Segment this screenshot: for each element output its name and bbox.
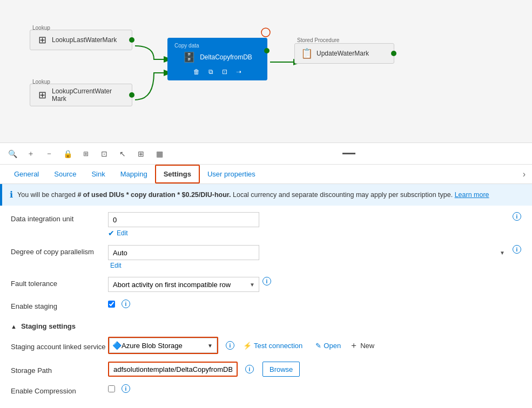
test-connection-label: Test connection <box>254 342 302 350</box>
search-toolbar-icon[interactable]: 🔍 <box>6 148 18 160</box>
open-button[interactable]: ✎ Open <box>311 342 345 350</box>
enable-staging-controls: i <box>108 300 130 308</box>
degree-copy-parallelism-select-wrapper: Auto 1 2 4 8 16 32 ▼ <box>108 245 509 260</box>
pipeline-canvas: Lookup ⊞ LookupLastWaterMark Lookup ⊞ Lo… <box>0 0 532 143</box>
tab-settings[interactable]: Settings <box>155 165 200 183</box>
staging-account-label: Staging account linked service <box>11 340 108 351</box>
degree-select-arrow: ▼ <box>500 250 505 256</box>
layout-toolbar-icon[interactable]: ▦ <box>153 148 165 160</box>
info-banner-text: You will be charged # of used DIUs * cop… <box>17 190 489 200</box>
copy-node-actions: 🗑 ⧉ ⊡ ➝ <box>174 68 260 76</box>
staging-account-info[interactable]: i <box>226 341 234 350</box>
edit-label-diu: Edit <box>117 229 128 237</box>
enable-staging-checkbox[interactable] <box>108 301 115 308</box>
node-lookup2[interactable]: Lookup ⊞ LookupCurrentWater Mark <box>30 84 132 106</box>
degree-copy-parallelism-info[interactable]: i <box>513 245 521 254</box>
add-toolbar-icon[interactable]: ＋ <box>25 148 37 160</box>
sp-node-label: UpdateWaterMark <box>316 50 369 57</box>
tab-sink[interactable]: Sink <box>84 166 112 182</box>
node-lookup1[interactable]: Lookup ⊞ LookupLastWaterMark <box>30 30 132 50</box>
degree-copy-parallelism-select[interactable]: Auto 1 2 4 8 16 32 <box>108 245 259 260</box>
tabs-scroll-arrow[interactable]: › <box>523 169 526 179</box>
tab-source[interactable]: Source <box>46 166 84 182</box>
sp-node-type: Stored Procedure <box>297 37 339 43</box>
new-button[interactable]: ＋ New <box>349 340 374 351</box>
new-icon: ＋ <box>349 340 358 351</box>
copy-node-type: Copy data <box>174 43 199 49</box>
node-lookup1-label: LookupLastWaterMark <box>52 36 117 44</box>
storage-path-controls: i Browse <box>108 362 300 377</box>
data-integration-unit-controls: ✔ Edit <box>108 212 509 237</box>
sp-node-dot <box>391 51 396 56</box>
test-connection-button[interactable]: ⚡ Test connection <box>239 342 307 350</box>
staging-settings-header: ▲ Staging settings <box>11 322 521 330</box>
data-integration-unit-edit[interactable]: ✔ Edit <box>108 229 509 237</box>
edit-label-dcp: Edit <box>110 262 122 269</box>
tab-mapping[interactable]: Mapping <box>113 166 155 182</box>
staging-header-chevron: ▲ <box>11 323 17 330</box>
node-copy[interactable]: Copy data 🗄️ DeltaCopyfromDB 🗑 ⧉ ⊡ ➝ <box>167 38 267 80</box>
new-label: New <box>360 342 374 350</box>
node-lookup2-label: LookupCurrentWater Mark <box>52 87 122 103</box>
tab-general[interactable]: General <box>6 166 46 182</box>
enable-compression-controls: i <box>108 384 130 393</box>
storage-path-label: Storage Path <box>11 364 108 375</box>
degree-copy-parallelism-row: Degree of copy parallelism Auto 1 2 4 8 … <box>11 245 521 269</box>
azure-blob-icon: 🔷 <box>112 341 122 350</box>
node-type-label2: Lookup <box>32 79 50 85</box>
degree-copy-parallelism-controls: Auto 1 2 4 8 16 32 ▼ Edit <box>108 245 509 269</box>
lock-toolbar-icon[interactable]: 🔒 <box>62 148 73 160</box>
barcode-toolbar-icon[interactable]: ⊞ <box>80 148 92 160</box>
staging-account-select-wrapper: 🔷 Azure Blob Storage ▼ <box>108 337 218 354</box>
degree-copy-parallelism-edit[interactable]: Edit <box>108 262 509 269</box>
fault-tolerance-select-wrapper: Abort activity on first incompatible row… <box>108 277 259 292</box>
enable-compression-checkbox[interactable] <box>108 385 115 392</box>
storage-path-info[interactable]: i <box>245 365 254 373</box>
info-banner: ℹ You will be charged # of used DIUs * c… <box>0 184 532 206</box>
staging-account-row: Staging account linked service 🔷 Azure B… <box>11 337 521 354</box>
frame-toolbar-icon[interactable]: ⊡ <box>98 148 110 160</box>
copy-node-dot <box>264 48 270 53</box>
node-lookup2-dot <box>129 92 134 98</box>
toolbar-divider-center <box>342 153 355 154</box>
tabs-bar: General Source Sink Mapping Settings Use… <box>0 165 532 184</box>
copy-node-icon: 🗄️ <box>183 51 196 64</box>
copy-action-delete[interactable]: 🗑 <box>193 68 200 76</box>
cursor-toolbar-icon[interactable]: ↖ <box>117 148 129 160</box>
svg-point-0 <box>261 28 270 37</box>
storage-path-input[interactable] <box>108 362 238 377</box>
browse-button[interactable]: Browse <box>262 362 300 377</box>
data-integration-unit-row: Data integration unit ✔ Edit i <box>11 212 521 237</box>
data-integration-unit-label: Data integration unit <box>11 212 108 223</box>
open-label: Open <box>324 342 341 350</box>
storage-path-row: Storage Path i Browse <box>11 362 521 377</box>
node-storedprocedure[interactable]: Stored Procedure 📋 UpdateWaterMark <box>294 43 394 64</box>
data-integration-unit-info[interactable]: i <box>513 212 521 221</box>
copy-action-copy[interactable]: ⊡ <box>222 68 227 76</box>
canvas-toolbar: 🔍 ＋ － 🔒 ⊞ ⊡ ↖ ⊞ ▦ <box>0 143 532 165</box>
minus-toolbar-icon[interactable]: － <box>43 148 55 160</box>
enable-compression-row: Enable Compression i <box>11 384 521 399</box>
staging-account-controls: 🔷 Azure Blob Storage ▼ i ⚡ Test connecti… <box>108 337 374 354</box>
fault-tolerance-label: Fault tolerance <box>11 277 108 288</box>
learn-more-link[interactable]: Learn more <box>455 191 489 199</box>
copy-action-arrow[interactable]: ➝ <box>236 68 241 76</box>
fault-tolerance-select[interactable]: Abort activity on first incompatible row… <box>108 277 259 292</box>
grid-toolbar-icon[interactable]: ⊞ <box>135 148 147 160</box>
lookup1-icon: ⊞ <box>36 33 49 46</box>
copy-action-clone[interactable]: ⧉ <box>208 68 213 76</box>
data-integration-unit-input[interactable] <box>108 212 259 227</box>
fault-tolerance-info[interactable]: i <box>262 277 271 285</box>
copy-node-label: DeltaCopyfromDB <box>200 53 252 61</box>
test-connection-icon: ⚡ <box>243 342 252 350</box>
staging-account-select[interactable]: Azure Blob Storage <box>109 338 217 353</box>
settings-panel: Data integration unit ✔ Edit i Degree of… <box>0 206 532 408</box>
enable-compression-info[interactable]: i <box>122 384 130 393</box>
enable-staging-info[interactable]: i <box>122 300 130 308</box>
staging-settings-title: Staging settings <box>21 322 76 330</box>
node-lookup1-dot <box>129 37 134 43</box>
tab-user-properties[interactable]: User properties <box>200 166 263 182</box>
enable-compression-label: Enable Compression <box>11 384 108 395</box>
sp-node-icon: 📋 <box>300 47 313 60</box>
lookup2-icon: ⊞ <box>36 89 49 101</box>
